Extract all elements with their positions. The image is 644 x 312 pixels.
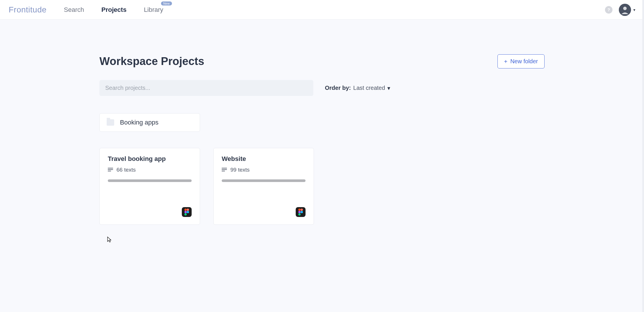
chevron-down-icon: ▾ bbox=[387, 85, 390, 92]
container: Workspace Projects + New folder Order by… bbox=[99, 54, 545, 225]
order-by-value: Last created bbox=[353, 85, 385, 91]
folder-icon bbox=[107, 119, 114, 126]
topbar-left: Frontitude Search Projects Library New bbox=[9, 5, 163, 14]
project-title: Website bbox=[222, 155, 306, 163]
figma-icon bbox=[296, 207, 306, 217]
search-input[interactable] bbox=[99, 80, 313, 96]
svg-point-9 bbox=[184, 213, 187, 216]
header-row: Workspace Projects + New folder bbox=[99, 54, 545, 68]
folder-name: Booking apps bbox=[120, 119, 158, 126]
project-meta: 99 texts bbox=[222, 167, 306, 173]
new-folder-label: New folder bbox=[510, 58, 538, 65]
order-by-select[interactable]: Order by: Last created ▾ bbox=[325, 85, 390, 92]
svg-point-16 bbox=[301, 211, 303, 213]
brand-logo[interactable]: Frontitude bbox=[9, 5, 47, 14]
svg-point-13 bbox=[298, 209, 301, 211]
svg-point-14 bbox=[301, 209, 303, 211]
cursor-icon bbox=[107, 236, 112, 243]
controls-row: Order by: Last created ▾ bbox=[99, 80, 545, 96]
svg-point-17 bbox=[298, 213, 301, 216]
svg-point-15 bbox=[298, 211, 301, 213]
nav-search[interactable]: Search bbox=[64, 6, 84, 14]
topbar-right: ? ▾ bbox=[605, 4, 635, 16]
new-folder-button[interactable]: + New folder bbox=[497, 54, 545, 68]
new-badge: New bbox=[161, 1, 172, 5]
project-card[interactable]: Website 99 texts bbox=[213, 148, 314, 225]
text-lines-icon bbox=[222, 167, 227, 173]
main-nav: Search Projects Library New bbox=[64, 6, 163, 14]
topbar: Frontitude Search Projects Library New ?… bbox=[0, 0, 644, 20]
help-icon[interactable]: ? bbox=[605, 6, 612, 14]
svg-point-1 bbox=[623, 7, 627, 10]
project-meta: 66 texts bbox=[108, 167, 192, 173]
text-lines-icon bbox=[108, 167, 113, 173]
folders-row: Booking apps bbox=[99, 113, 545, 132]
main: Workspace Projects + New folder Order by… bbox=[0, 20, 644, 225]
svg-point-7 bbox=[184, 211, 187, 213]
plus-icon: + bbox=[504, 59, 508, 64]
right-strip bbox=[642, 0, 644, 312]
nav-library-label: Library bbox=[144, 6, 163, 13]
folder-card[interactable]: Booking apps bbox=[99, 113, 200, 132]
svg-point-5 bbox=[184, 209, 187, 211]
svg-point-8 bbox=[187, 211, 189, 213]
order-by-label: Order by: bbox=[325, 85, 351, 91]
account-menu[interactable]: ▾ bbox=[619, 4, 635, 16]
chevron-down-icon: ▾ bbox=[633, 8, 635, 12]
figma-icon bbox=[182, 207, 192, 217]
project-card[interactable]: Travel booking app 66 texts bbox=[99, 148, 200, 225]
project-title: Travel booking app bbox=[108, 155, 192, 163]
avatar bbox=[619, 4, 631, 16]
nav-projects[interactable]: Projects bbox=[101, 6, 127, 14]
page-title: Workspace Projects bbox=[99, 55, 204, 68]
nav-library[interactable]: Library New bbox=[144, 6, 163, 14]
progress-bar bbox=[108, 179, 192, 182]
projects-row: Travel booking app 66 texts bbox=[99, 148, 545, 225]
svg-point-6 bbox=[187, 209, 189, 211]
project-text-count: 66 texts bbox=[116, 167, 136, 173]
progress-bar bbox=[222, 179, 306, 182]
project-text-count: 99 texts bbox=[230, 167, 250, 173]
